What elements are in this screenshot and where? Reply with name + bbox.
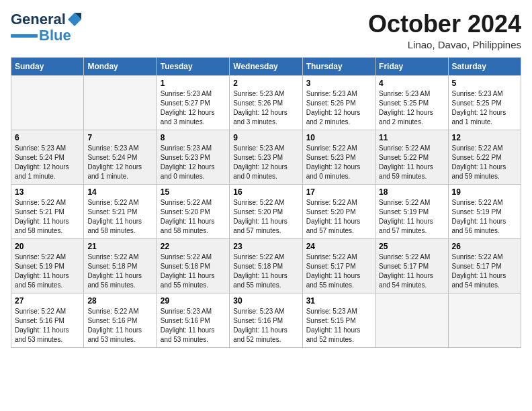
day-number: 19	[452, 187, 517, 197]
day-cell: 10Sunrise: 5:22 AMSunset: 5:23 PMDayligh…	[302, 130, 375, 184]
weekday-monday: Monday	[84, 57, 157, 75]
day-number: 21	[87, 242, 152, 251]
day-number: 26	[452, 242, 517, 251]
day-cell: 6Sunrise: 5:23 AMSunset: 5:24 PMDaylight…	[11, 130, 84, 184]
day-cell: 1Sunrise: 5:23 AMSunset: 5:27 PMDaylight…	[157, 75, 229, 130]
day-cell: 17Sunrise: 5:22 AMSunset: 5:20 PMDayligh…	[302, 184, 375, 238]
day-number: 3	[306, 79, 371, 88]
day-info: Sunrise: 5:22 AMSunset: 5:19 PMDaylight:…	[452, 198, 517, 236]
day-cell: 8Sunrise: 5:23 AMSunset: 5:23 PMDaylight…	[157, 130, 229, 184]
day-cell	[11, 75, 84, 130]
day-cell: 22Sunrise: 5:22 AMSunset: 5:18 PMDayligh…	[157, 238, 229, 293]
day-cell: 19Sunrise: 5:22 AMSunset: 5:19 PMDayligh…	[448, 184, 521, 238]
day-info: Sunrise: 5:22 AMSunset: 5:19 PMDaylight:…	[15, 253, 80, 290]
day-number: 25	[379, 242, 444, 251]
day-info: Sunrise: 5:23 AMSunset: 5:26 PMDaylight:…	[233, 89, 298, 127]
day-cell	[84, 75, 157, 130]
day-cell: 16Sunrise: 5:22 AMSunset: 5:20 PMDayligh…	[230, 184, 302, 238]
day-number: 8	[161, 133, 226, 142]
month-title: October 2024	[368, 11, 521, 38]
day-info: Sunrise: 5:22 AMSunset: 5:20 PMDaylight:…	[161, 198, 226, 236]
day-info: Sunrise: 5:23 AMSunset: 5:24 PMDaylight:…	[15, 144, 80, 181]
day-info: Sunrise: 5:22 AMSunset: 5:17 PMDaylight:…	[306, 253, 371, 290]
day-number: 20	[15, 242, 80, 251]
day-number: 4	[379, 79, 444, 88]
day-cell: 13Sunrise: 5:22 AMSunset: 5:21 PMDayligh…	[11, 184, 84, 238]
day-info: Sunrise: 5:22 AMSunset: 5:17 PMDaylight:…	[452, 253, 517, 290]
day-cell: 25Sunrise: 5:22 AMSunset: 5:17 PMDayligh…	[375, 238, 448, 293]
day-number: 12	[452, 133, 517, 142]
weekday-friday: Friday	[375, 57, 448, 75]
day-number: 11	[379, 133, 444, 142]
day-cell: 4Sunrise: 5:23 AMSunset: 5:25 PMDaylight…	[375, 75, 448, 130]
logo-general: General	[11, 11, 66, 28]
day-info: Sunrise: 5:23 AMSunset: 5:23 PMDaylight:…	[233, 144, 298, 181]
day-info: Sunrise: 5:22 AMSunset: 5:23 PMDaylight:…	[306, 144, 371, 181]
day-cell: 29Sunrise: 5:23 AMSunset: 5:16 PMDayligh…	[157, 293, 229, 347]
weekday-sunday: Sunday	[11, 57, 84, 75]
day-number: 5	[452, 79, 517, 88]
day-cell	[375, 293, 448, 347]
day-number: 31	[306, 296, 371, 306]
day-cell: 24Sunrise: 5:22 AMSunset: 5:17 PMDayligh…	[302, 238, 375, 293]
logo-blue: Blue	[39, 27, 71, 44]
day-number: 29	[161, 296, 226, 306]
day-cell: 5Sunrise: 5:23 AMSunset: 5:25 PMDaylight…	[448, 75, 521, 130]
day-number: 18	[379, 187, 444, 197]
day-info: Sunrise: 5:22 AMSunset: 5:21 PMDaylight:…	[87, 198, 152, 236]
day-cell: 31Sunrise: 5:23 AMSunset: 5:15 PMDayligh…	[302, 293, 375, 347]
day-cell: 9Sunrise: 5:23 AMSunset: 5:23 PMDaylight…	[230, 130, 302, 184]
title-area: October 2024 Linao, Davao, Philippines	[368, 11, 521, 50]
week-row-3: 13Sunrise: 5:22 AMSunset: 5:21 PMDayligh…	[11, 184, 521, 238]
weekday-tuesday: Tuesday	[157, 57, 229, 75]
day-cell: 2Sunrise: 5:23 AMSunset: 5:26 PMDaylight…	[230, 75, 302, 130]
day-info: Sunrise: 5:22 AMSunset: 5:17 PMDaylight:…	[379, 253, 444, 290]
weekday-saturday: Saturday	[448, 57, 521, 75]
day-number: 28	[87, 296, 152, 306]
day-info: Sunrise: 5:23 AMSunset: 5:27 PMDaylight:…	[161, 89, 226, 127]
day-info: Sunrise: 5:22 AMSunset: 5:18 PMDaylight:…	[87, 253, 152, 290]
day-number: 15	[161, 187, 226, 197]
day-number: 6	[15, 133, 80, 142]
day-info: Sunrise: 5:22 AMSunset: 5:18 PMDaylight:…	[161, 253, 226, 290]
day-info: Sunrise: 5:23 AMSunset: 5:16 PMDaylight:…	[233, 307, 298, 345]
day-cell: 27Sunrise: 5:22 AMSunset: 5:16 PMDayligh…	[11, 293, 84, 347]
day-number: 14	[87, 187, 152, 197]
week-row-5: 27Sunrise: 5:22 AMSunset: 5:16 PMDayligh…	[11, 293, 521, 347]
day-cell: 14Sunrise: 5:22 AMSunset: 5:21 PMDayligh…	[84, 184, 157, 238]
day-cell: 12Sunrise: 5:22 AMSunset: 5:22 PMDayligh…	[448, 130, 521, 184]
day-number: 1	[161, 79, 226, 88]
day-info: Sunrise: 5:22 AMSunset: 5:16 PMDaylight:…	[15, 307, 80, 345]
day-cell: 26Sunrise: 5:22 AMSunset: 5:17 PMDayligh…	[448, 238, 521, 293]
day-info: Sunrise: 5:22 AMSunset: 5:18 PMDaylight:…	[233, 253, 298, 290]
day-info: Sunrise: 5:23 AMSunset: 5:15 PMDaylight:…	[306, 307, 371, 345]
weekday-header-row: SundayMondayTuesdayWednesdayThursdayFrid…	[11, 57, 521, 75]
day-number: 27	[15, 296, 80, 306]
day-info: Sunrise: 5:22 AMSunset: 5:16 PMDaylight:…	[87, 307, 152, 345]
day-cell: 21Sunrise: 5:22 AMSunset: 5:18 PMDayligh…	[84, 238, 157, 293]
day-cell: 18Sunrise: 5:22 AMSunset: 5:19 PMDayligh…	[375, 184, 448, 238]
logo: General Blue	[11, 11, 81, 44]
day-info: Sunrise: 5:23 AMSunset: 5:26 PMDaylight:…	[306, 89, 371, 127]
day-number: 16	[233, 187, 298, 197]
day-cell: 28Sunrise: 5:22 AMSunset: 5:16 PMDayligh…	[84, 293, 157, 347]
logo-icon	[68, 13, 81, 26]
day-number: 10	[306, 133, 371, 142]
day-cell: 20Sunrise: 5:22 AMSunset: 5:19 PMDayligh…	[11, 238, 84, 293]
day-info: Sunrise: 5:22 AMSunset: 5:21 PMDaylight:…	[15, 198, 80, 236]
day-info: Sunrise: 5:23 AMSunset: 5:16 PMDaylight:…	[161, 307, 226, 345]
weekday-wednesday: Wednesday	[230, 57, 302, 75]
week-row-4: 20Sunrise: 5:22 AMSunset: 5:19 PMDayligh…	[11, 238, 521, 293]
day-info: Sunrise: 5:23 AMSunset: 5:25 PMDaylight:…	[379, 89, 444, 127]
day-cell: 23Sunrise: 5:22 AMSunset: 5:18 PMDayligh…	[230, 238, 302, 293]
day-cell: 11Sunrise: 5:22 AMSunset: 5:22 PMDayligh…	[375, 130, 448, 184]
day-number: 17	[306, 187, 371, 197]
header: General Blue October 2024 Linao, Davao, …	[11, 11, 521, 50]
day-cell: 3Sunrise: 5:23 AMSunset: 5:26 PMDaylight…	[302, 75, 375, 130]
day-number: 7	[87, 133, 152, 142]
day-info: Sunrise: 5:23 AMSunset: 5:24 PMDaylight:…	[87, 144, 152, 181]
location: Linao, Davao, Philippines	[368, 39, 521, 50]
day-number: 24	[306, 242, 371, 251]
calendar-table: SundayMondayTuesdayWednesdayThursdayFrid…	[11, 57, 521, 348]
day-info: Sunrise: 5:22 AMSunset: 5:20 PMDaylight:…	[233, 198, 298, 236]
